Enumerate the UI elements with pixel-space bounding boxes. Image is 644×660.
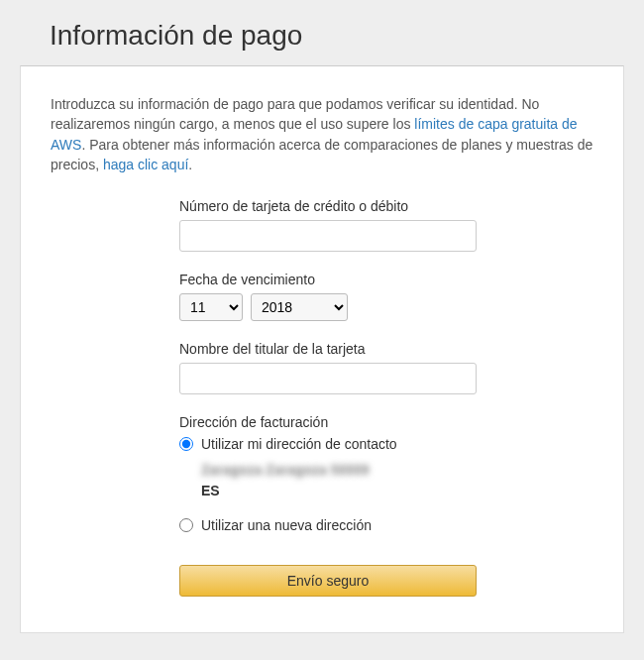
billing-new-label: Utilizar una nueva dirección — [201, 517, 372, 533]
intro-part3: . — [188, 157, 192, 172]
billing-contact-radio[interactable] — [179, 437, 193, 451]
billing-contact-label: Utilizar mi dirección de contacto — [201, 436, 397, 452]
page-title: Información de pago — [20, 20, 624, 52]
pricing-link[interactable]: haga clic aquí — [103, 157, 188, 172]
intro-text: Introduzca su información de pago para q… — [51, 94, 593, 174]
billing-new-radio[interactable] — [179, 518, 193, 532]
card-number-input[interactable] — [179, 220, 477, 252]
address-line3: ES — [201, 481, 477, 501]
expiry-month-select[interactable]: 11 — [179, 293, 243, 321]
contact-address: Zaragoza Zaragoza 50009 ES — [201, 460, 477, 501]
expiry-label: Fecha de vencimiento — [179, 272, 477, 287]
cardholder-label: Nombre del titular de la tarjeta — [179, 341, 477, 357]
expiry-year-select[interactable]: 2018 — [251, 293, 348, 321]
secure-submit-button[interactable]: Envío seguro — [179, 565, 477, 597]
billing-section-label: Dirección de facturación — [179, 414, 477, 430]
cardholder-input[interactable] — [179, 363, 477, 394]
address-line2: Zaragoza Zaragoza 50009 — [201, 460, 477, 481]
payment-card: Introduzca su información de pago para q… — [20, 65, 624, 633]
card-number-label: Número de tarjeta de crédito o débito — [179, 198, 477, 214]
